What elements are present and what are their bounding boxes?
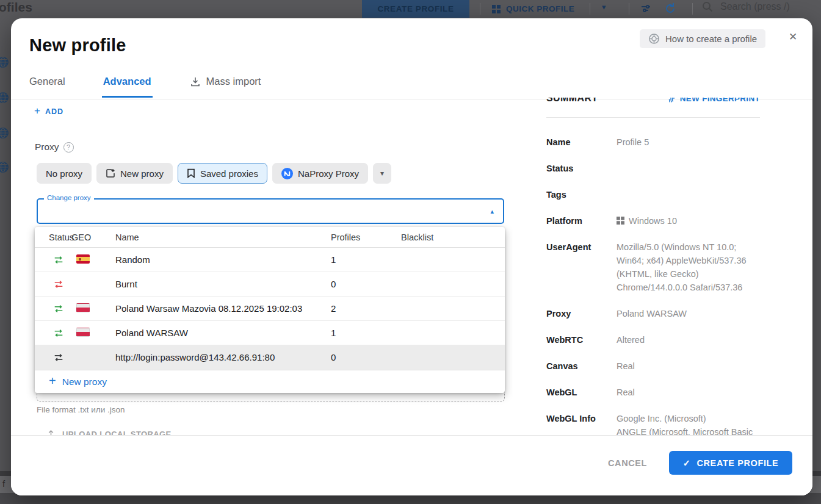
close-icon[interactable]: ✕ <box>789 31 797 43</box>
lifebuoy-icon <box>648 33 660 45</box>
tab-advanced[interactable]: Advanced <box>103 76 151 87</box>
status-active-icon <box>53 256 64 264</box>
proxy-name: Poland WARSAW <box>115 328 331 338</box>
proxy-profiles-count: 2 <box>331 303 401 314</box>
saved-proxies-dropdown: Status GEO Name Profiles Blacklist Rando… <box>35 227 505 393</box>
no-proxy-button[interactable]: No proxy <box>37 163 92 184</box>
tab-general[interactable]: General <box>29 76 65 87</box>
cancel-button[interactable]: CANCEL <box>598 453 657 473</box>
proxy-profiles-count: 1 <box>331 254 401 265</box>
proxy-provider-caret-button[interactable]: ▾ <box>373 163 391 184</box>
copy-plus-icon <box>106 168 115 178</box>
summary-row: WebGL Info Google Inc. (Microsoft)ANGLE … <box>546 412 760 435</box>
status-unchecked-icon <box>53 353 64 362</box>
proxy-profiles-count: 0 <box>331 279 401 289</box>
summary-row: WebRTCAltered <box>546 333 760 347</box>
proxy-profiles-count: 0 <box>331 352 401 362</box>
proxy-row[interactable]: Poland Warsaw Mazovia 08.12.2025 19:02:0… <box>35 297 505 321</box>
proxy-name: Random <box>115 254 331 265</box>
summary-heading: SUMMARY <box>546 98 598 104</box>
proxy-name: Burnt <box>115 279 331 289</box>
screen: ofiles CREATE PROFILE QUICK PROFILE ▾ Se… <box>0 0 821 504</box>
windows-icon <box>617 217 624 225</box>
status-burnt-icon <box>53 280 64 289</box>
create-profile-topbar-button[interactable]: CREATE PROFILE <box>362 0 469 18</box>
new-proxy-button[interactable]: New proxy <box>96 163 173 184</box>
summary-row: CanvasReal <box>546 359 760 373</box>
quick-profile-button[interactable]: QUICK PROFILE <box>492 0 574 18</box>
backdrop-footer-text: f <box>2 478 5 489</box>
proxy-row-highlighted[interactable]: http://login:password@143.42.66.91:80 0 <box>35 345 505 370</box>
bookmark-icon <box>187 168 195 178</box>
check-icon: ✓ <box>683 458 691 468</box>
globe-icon <box>0 127 9 139</box>
column-blacklist: Blacklist <box>401 232 505 242</box>
search-placeholder: Search (press /) <box>720 1 790 12</box>
naproxy-proxy-button[interactable]: NaProxy Proxy <box>272 163 368 184</box>
column-name: Name <box>115 232 331 242</box>
search-icon <box>702 1 713 12</box>
search-input[interactable]: Search (press /) <box>702 1 790 12</box>
proxy-name: Poland Warsaw Mazovia 08.12.2025 19:02:0… <box>115 303 331 314</box>
chevron-up-icon: ▴ <box>490 207 494 215</box>
fingerprint-icon <box>666 98 676 103</box>
proxy-section-label: Proxy ? <box>35 142 74 153</box>
change-proxy-label: Change proxy <box>44 194 94 201</box>
proxy-row[interactable]: Poland WARSAW 1 <box>35 321 505 345</box>
proxy-row[interactable]: Random 1 <box>35 248 505 272</box>
new-proxy-link[interactable]: + New proxy <box>35 370 505 393</box>
summary-panel: SUMMARY NEW FINGERPRINT NameProfile 5 St… <box>546 98 760 435</box>
naproxy-logo-icon <box>281 168 293 179</box>
change-proxy-select[interactable]: Change proxy ▴ <box>37 198 504 224</box>
summary-row: Platform Windows 10 <box>546 214 760 228</box>
summary-row: UserAgentMozilla/5.0 (Windows NT 10.0; W… <box>546 240 760 294</box>
column-status: Status <box>35 232 71 242</box>
quick-profile-caret[interactable]: ▾ <box>602 2 606 12</box>
summary-row: WebGLReal <box>546 386 760 399</box>
summary-row: NameProfile 5 <box>546 135 760 149</box>
help-question-icon[interactable]: ? <box>63 142 74 153</box>
modal-title: New profile <box>29 35 126 56</box>
summary-row: Status <box>546 162 760 175</box>
new-fingerprint-button[interactable]: NEW FINGERPRINT <box>666 98 760 103</box>
saved-proxies-button[interactable]: Saved proxies <box>178 163 267 184</box>
plus-icon: + <box>34 105 41 117</box>
grid-icon <box>492 5 501 13</box>
create-profile-button[interactable]: ✓ CREATE PROFILE <box>669 451 792 475</box>
globe-icon <box>0 161 9 173</box>
proxy-row[interactable]: Burnt 0 <box>35 272 505 297</box>
summary-row: ProxyPoland WARSAW <box>546 307 760 320</box>
file-format-hint: File format .txt или .json <box>37 405 125 414</box>
modal-footer: CANCEL ✓ CREATE PROFILE <box>11 435 812 495</box>
download-icon <box>190 77 200 87</box>
proxy-name: http://login:password@143.42.66.91:80 <box>115 352 331 362</box>
how-to-create-profile-button[interactable]: How to create a profile <box>640 29 765 48</box>
country-flag-spain <box>76 254 90 264</box>
column-profiles: Profiles <box>331 232 401 242</box>
filter-icon[interactable] <box>640 2 652 15</box>
tab-bar: General Advanced Mass import <box>29 76 261 87</box>
plus-icon: + <box>49 374 56 388</box>
add-button[interactable]: + ADD <box>34 106 63 117</box>
summary-row: Tags <box>546 188 760 201</box>
new-profile-modal: How to create a profile ✕ New profile Ge… <box>11 18 812 495</box>
page-title-partial: ofiles <box>0 0 32 15</box>
country-flag-poland <box>76 328 90 337</box>
tab-mass-import[interactable]: Mass import <box>190 76 261 87</box>
proxy-table-header: Status GEO Name Profiles Blacklist <box>35 227 505 248</box>
proxy-type-buttons: No proxy New proxy Saved proxies NaProxy… <box>37 163 391 184</box>
refresh-icon[interactable] <box>664 2 676 15</box>
status-active-icon <box>53 304 64 313</box>
globe-icon <box>0 92 9 104</box>
globe-icon <box>0 56 9 68</box>
country-flag-poland <box>76 303 90 312</box>
status-active-icon <box>53 329 64 337</box>
proxy-profiles-count: 1 <box>331 328 401 338</box>
column-geo: GEO <box>71 232 115 242</box>
chevron-down-icon: ▾ <box>380 169 384 178</box>
